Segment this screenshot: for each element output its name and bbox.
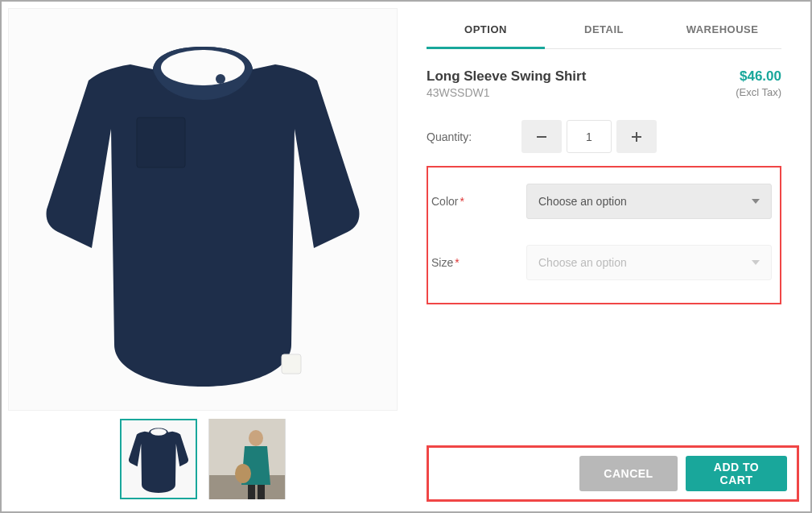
size-label: Size*: [431, 256, 526, 269]
product-modal: OPTION DETAIL WAREHOUSE Long Sleeve Swin…: [2, 2, 810, 511]
tax-note: (Excl Tax): [736, 86, 781, 98]
svg-rect-1: [137, 118, 185, 168]
required-asterisk: *: [460, 195, 464, 208]
quantity-decrement-button[interactable]: [521, 120, 562, 153]
quantity-label: Quantity:: [427, 130, 521, 143]
size-select-value: Choose an option: [538, 256, 627, 269]
size-row: Size* Choose an option: [431, 245, 772, 280]
image-panel: [2, 2, 404, 511]
shirt-illustration: [34, 32, 372, 387]
product-price: $46.00: [740, 68, 781, 85]
thumbnail-lifestyle-image: [209, 419, 285, 499]
quantity-row: Quantity:: [427, 120, 781, 153]
svg-rect-8: [248, 485, 255, 499]
tab-detail[interactable]: DETAIL: [545, 14, 663, 48]
caret-down-icon: [752, 199, 760, 204]
footer-highlight-box: CANCEL ADD TO CART: [427, 445, 799, 502]
svg-point-0: [161, 50, 245, 85]
svg-point-4: [150, 428, 167, 435]
caret-down-icon: [752, 260, 760, 265]
thumbnail-2[interactable]: [208, 419, 286, 499]
size-select[interactable]: Choose an option: [526, 245, 772, 280]
color-select-value: Choose an option: [538, 195, 627, 208]
quantity-increment-button[interactable]: [616, 120, 657, 153]
quantity-input[interactable]: [567, 120, 612, 153]
minus-icon: [535, 130, 548, 143]
thumbnail-row: [120, 419, 286, 499]
product-title: Long Sleeve Swing Shirt: [427, 68, 586, 85]
plus-icon: [630, 130, 643, 143]
svg-rect-9: [258, 485, 265, 499]
title-row: Long Sleeve Swing Shirt $46.00: [427, 68, 781, 85]
svg-point-10: [235, 464, 251, 483]
required-asterisk: *: [455, 256, 459, 269]
tabs: OPTION DETAIL WAREHOUSE: [427, 14, 781, 49]
cancel-button[interactable]: CANCEL: [579, 456, 678, 491]
options-highlight-box: Color* Choose an option Size* Choose an …: [427, 166, 781, 304]
svg-rect-13: [636, 132, 637, 142]
thumbnail-1[interactable]: [120, 419, 197, 499]
tab-option[interactable]: OPTION: [427, 14, 545, 49]
tab-warehouse[interactable]: WAREHOUSE: [663, 14, 781, 48]
svg-rect-11: [537, 136, 546, 138]
product-main-image: [8, 8, 398, 411]
thumbnail-shirt-icon: [126, 425, 191, 493]
sub-row: 43WSSDW1 (Excl Tax): [427, 86, 781, 99]
color-label: Color*: [431, 195, 526, 208]
svg-rect-2: [282, 354, 301, 374]
add-to-cart-button[interactable]: ADD TO CART: [686, 456, 787, 491]
svg-point-7: [249, 430, 263, 446]
product-sku: 43WSSDW1: [427, 86, 490, 99]
quantity-controls: [521, 120, 657, 153]
svg-point-3: [216, 74, 225, 84]
color-row: Color* Choose an option: [431, 184, 772, 219]
color-select[interactable]: Choose an option: [526, 184, 772, 219]
details-panel: OPTION DETAIL WAREHOUSE Long Sleeve Swin…: [404, 2, 810, 511]
